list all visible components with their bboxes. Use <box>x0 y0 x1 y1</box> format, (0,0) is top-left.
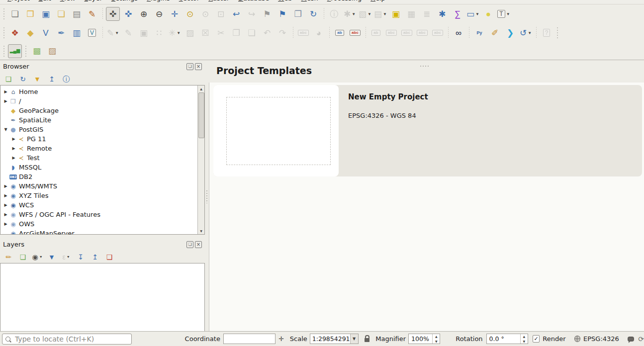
new-temporary-scratch-layer-button[interactable]: ▥ <box>70 26 84 40</box>
metasearch-button[interactable]: ∞ <box>452 26 465 40</box>
expander-icon[interactable]: ▶ <box>2 184 9 188</box>
plugin-arrow-button[interactable]: ❯ <box>503 26 517 40</box>
filter-browser-button[interactable]: ▼ <box>32 74 42 84</box>
tree-item-ows[interactable]: ▶◉OWS <box>0 219 204 229</box>
current-edits-button[interactable]: ✎▼ <box>106 26 120 40</box>
spinner-arrows[interactable]: ▲▼ <box>520 334 528 344</box>
deselect-features-button[interactable]: ▣ <box>389 7 403 21</box>
show-statistics-button[interactable]: ∑ <box>451 7 464 21</box>
tree-item-mssql[interactable]: ◗MSSQL <box>0 163 204 172</box>
locator-search[interactable] <box>2 334 132 345</box>
expander-icon[interactable]: ▶ <box>2 222 9 226</box>
map-tool-plugin-button[interactable]: ▩ <box>30 44 44 58</box>
menu-web[interactable]: Web <box>274 0 296 2</box>
new-spatialite-layer-button[interactable]: ✒ <box>54 26 68 40</box>
refresh-map-button[interactable]: ↻ <box>306 7 320 21</box>
menu-layer[interactable]: Layer <box>80 0 107 2</box>
new-shapefile-layer-button[interactable]: V <box>39 26 53 40</box>
new-print-layout-button[interactable]: ❏ <box>54 7 68 21</box>
paste-features-button[interactable]: ❏ <box>245 26 259 40</box>
help-button[interactable]: ? <box>540 26 553 40</box>
expander-icon[interactable]: ▶ <box>2 203 9 207</box>
tasks-button[interactable]: ⟳ <box>638 336 644 343</box>
histogram-plugin-button[interactable]: ▂▄▆ <box>8 44 22 58</box>
text-annotation-button[interactable]: T▼ <box>497 7 511 21</box>
tree-item-spatialite[interactable]: ✒SpatiaLite <box>0 115 204 125</box>
rotate-label-button[interactable]: abc <box>415 26 429 40</box>
tree-item-wms-wmts[interactable]: ▶◉WMS/WMTS <box>0 181 204 191</box>
save-layer-edits-button[interactable]: ▣ <box>137 26 151 40</box>
expander-icon[interactable]: ▶ <box>10 146 17 151</box>
layers-float-button[interactable]: ❏ <box>186 241 193 248</box>
map-sketch-plugin-button[interactable]: ▨ <box>45 44 59 58</box>
show-layout-manager-button[interactable]: ▤ <box>70 7 84 21</box>
add-feature-button[interactable]: ∷ <box>152 26 166 40</box>
menu-processing[interactable]: Processing <box>323 0 366 2</box>
zoom-to-selection-button[interactable]: ⊙ <box>183 7 197 21</box>
rule-based-labeling-button[interactable]: abc <box>348 26 362 40</box>
browser-float-button[interactable]: ❏ <box>186 63 193 70</box>
zoom-full-button[interactable]: ✛ <box>168 7 182 21</box>
menu-edit[interactable]: Edit <box>34 0 56 2</box>
crs-globe-icon[interactable] <box>574 336 581 342</box>
manage-map-themes-button[interactable]: ◉▼ <box>32 252 42 262</box>
tree-item-pg-11[interactable]: ▶≺PG 11 <box>0 134 204 144</box>
select-by-value-button[interactable]: ▤▼ <box>373 7 387 21</box>
layer-styling-button[interactable]: ✏ <box>3 252 13 262</box>
tree-item-geopackage[interactable]: ◆GeoPackage <box>0 106 204 115</box>
collapse-all-button[interactable]: ↥ <box>47 74 57 84</box>
properties-button[interactable]: ⓘ <box>61 74 71 84</box>
tree-item-wcs[interactable]: ▶◉WCS <box>0 200 204 210</box>
dropdown-arrow-icon[interactable]: ▼ <box>67 255 70 259</box>
refresh-browser-button[interactable]: ↻ <box>18 74 28 84</box>
style-manager-button[interactable]: ✎ <box>85 7 99 21</box>
statistical-summary-button[interactable]: ≣ <box>420 7 434 21</box>
vertex-tool-button[interactable]: ✳▼ <box>168 26 182 40</box>
expander-icon[interactable]: ▶ <box>2 99 9 103</box>
dropdown-arrow-icon[interactable]: ▼ <box>115 31 119 35</box>
change-label-button[interactable]: abc <box>431 26 445 40</box>
toolbar-drag-handle[interactable] <box>556 27 559 38</box>
map-tips-button[interactable]: ● <box>481 7 495 21</box>
scroll-down-icon[interactable]: ▼ <box>198 228 204 234</box>
collapse-all-layers-button[interactable]: ↥ <box>90 252 100 262</box>
menu-raster[interactable]: Raster <box>204 0 234 2</box>
tree-item-arcgismapserver[interactable]: ◉ArcGisMapServer <box>0 229 204 235</box>
zoom-last-button[interactable]: ↩ <box>229 7 243 21</box>
new-project-button[interactable]: ❏ <box>8 7 22 21</box>
menu-mesh[interactable]: Mesh <box>297 0 323 2</box>
new-spatial-bookmark-button[interactable]: ⚑ <box>260 7 274 21</box>
menu-project[interactable]: Project <box>3 0 34 2</box>
add-selected-layers-button[interactable]: ❏ <box>3 74 13 84</box>
expander-icon[interactable]: ▶ <box>10 156 17 160</box>
locator-input[interactable] <box>14 335 125 344</box>
pan-map-button[interactable]: ✜ <box>106 7 120 21</box>
dropdown-arrow-icon[interactable]: ▼ <box>39 255 43 259</box>
menu-vector[interactable]: Vector <box>175 0 204 2</box>
menu-plugins[interactable]: Plugins <box>142 0 175 2</box>
zoom-next-button[interactable]: ↪ <box>245 7 259 21</box>
labeling-options-button[interactable]: ab <box>333 26 347 40</box>
filter-legend-button[interactable]: ▼ <box>47 252 57 262</box>
run-feature-action-button[interactable]: ✱▼ <box>343 7 357 21</box>
layers-close-button[interactable]: × <box>195 241 202 248</box>
delete-selected-button[interactable]: ☒ <box>198 26 212 40</box>
browser-scrollbar[interactable]: ▲ ▼ <box>197 86 204 234</box>
modify-attributes-button[interactable]: ▨ <box>183 26 197 40</box>
pin-labels-button[interactable]: ab <box>369 26 383 40</box>
copy-features-button[interactable]: ❐ <box>229 26 243 40</box>
lock-scale-icon[interactable] <box>365 338 370 342</box>
menu-database[interactable]: Database <box>234 0 274 2</box>
new-geopackage-layer-button[interactable]: ◆ <box>23 26 37 40</box>
dropdown-arrow-icon[interactable]: ▼ <box>528 31 532 35</box>
toolbar-drag-handle[interactable] <box>2 27 5 38</box>
scale-combo[interactable]: 1:29854291 ▼ <box>310 334 359 344</box>
zoom-to-layer-button[interactable]: ⊙ <box>198 7 212 21</box>
browser-close-button[interactable]: × <box>195 63 202 70</box>
dropdown-arrow-icon[interactable]: ▼ <box>368 12 371 16</box>
show-hide-labels-button[interactable]: abc <box>384 26 398 40</box>
render-checkbox[interactable]: ✓ <box>533 335 540 343</box>
show-bookmark-manager-button[interactable]: ❐ <box>291 7 305 21</box>
template-card-new-empty-project[interactable]: New Empty Project EPSG:4326 - WGS 84 <box>213 85 642 176</box>
toggle-editing-button[interactable]: ✎ <box>121 26 135 40</box>
